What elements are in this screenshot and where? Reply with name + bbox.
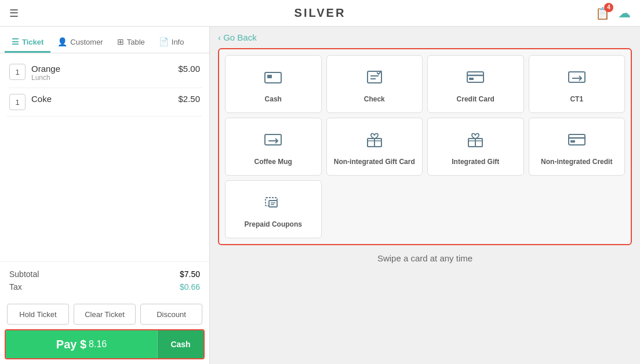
hamburger-icon[interactable]: ☰ xyxy=(9,7,19,20)
hold-ticket-button[interactable]: Hold Ticket xyxy=(7,304,69,325)
svg-rect-7 xyxy=(469,78,474,80)
tab-customer-label: Customer xyxy=(70,38,103,46)
ct1-label: CT1 xyxy=(570,95,583,103)
svg-rect-10 xyxy=(265,134,281,145)
credit-card-label: Credit Card xyxy=(457,95,494,103)
table-row[interactable]: 1 Coke $2.50 xyxy=(7,88,202,117)
tab-customer[interactable]: 👤 Customer xyxy=(50,32,110,53)
info-icon: 📄 xyxy=(159,37,169,46)
prepaid-coupons-icon xyxy=(264,193,282,216)
integrated-gift-icon xyxy=(466,130,485,153)
payment-non-integrated-credit[interactable]: Non-integrated Credit xyxy=(529,118,626,176)
item-name-1: Orange xyxy=(31,64,178,74)
order-items-list: 1 Orange Lunch $5.00 1 Coke $2.50 xyxy=(0,53,209,261)
payment-coffee-mug[interactable]: Coffee Mug xyxy=(225,118,322,176)
coffee-mug-icon xyxy=(264,130,282,153)
svg-rect-22 xyxy=(269,201,277,207)
pay-method-button[interactable]: Cash xyxy=(157,330,203,358)
notification-count: 4 xyxy=(604,3,613,12)
tab-info-label: Info xyxy=(172,38,184,46)
payment-cash[interactable]: Cash xyxy=(225,55,322,113)
svg-rect-20 xyxy=(570,140,575,143)
right-panel: ‹ Go Back Cash xyxy=(210,27,640,364)
pay-amount: 8.16 xyxy=(89,339,107,350)
item-price-2: $2.50 xyxy=(178,94,200,104)
tab-info[interactable]: 📄 Info xyxy=(152,32,191,53)
payment-prepaid-coupons[interactable]: Prepaid Coupons xyxy=(225,180,322,238)
payment-methods-container: Cash Check xyxy=(218,48,632,245)
check-icon xyxy=(365,68,384,90)
main-layout: ☰ Ticket 👤 Customer ⊞ Table 📄 Info 1 Ora… xyxy=(0,27,640,364)
ct1-icon xyxy=(568,68,586,90)
item-sub-1: Lunch xyxy=(31,74,178,82)
notification-bell[interactable]: 📋 4 xyxy=(595,6,610,20)
non-integrated-gift-label: Non-integrated Gift Card xyxy=(334,158,415,166)
item-qty-1: 1 xyxy=(9,64,26,80)
non-integrated-credit-label: Non-integrated Credit xyxy=(541,158,612,166)
non-integrated-gift-icon xyxy=(365,130,384,153)
payment-ct1[interactable]: CT1 xyxy=(529,55,626,113)
svg-rect-8 xyxy=(569,72,585,82)
ticket-icon: ☰ xyxy=(12,37,19,46)
left-panel: ☰ Ticket 👤 Customer ⊞ Table 📄 Info 1 Ora… xyxy=(0,27,210,364)
customer-icon: 👤 xyxy=(57,37,67,46)
item-qty-2: 1 xyxy=(9,94,26,110)
item-price-1: $5.00 xyxy=(178,64,200,74)
pay-button[interactable]: Pay $8.16 xyxy=(6,330,157,358)
svg-rect-5 xyxy=(467,72,483,82)
top-bar-right: 📋 4 ☁ xyxy=(595,6,631,21)
subtotal-label: Subtotal xyxy=(9,270,39,279)
tab-table-label: Table xyxy=(127,38,145,46)
prepaid-coupons-label: Prepaid Coupons xyxy=(245,220,302,228)
payment-credit-card[interactable]: Credit Card xyxy=(427,55,524,113)
tabs-bar: ☰ Ticket 👤 Customer ⊞ Table 📄 Info xyxy=(0,27,209,53)
subtotal-row: Subtotal $7.50 xyxy=(9,268,200,281)
payment-check[interactable]: Check xyxy=(326,55,423,113)
action-buttons: Hold Ticket Clear Ticket Discount xyxy=(0,299,209,329)
tab-table[interactable]: ⊞ Table xyxy=(110,32,152,53)
app-title: SILVER xyxy=(294,6,346,20)
integrated-gift-label: Integrated Gift xyxy=(452,158,499,166)
order-totals: Subtotal $7.50 Tax $0.66 xyxy=(0,261,209,299)
clear-ticket-button[interactable]: Clear Ticket xyxy=(74,304,136,325)
payment-grid: Cash Check xyxy=(225,55,625,238)
tab-ticket-label: Ticket xyxy=(22,38,43,46)
tax-value: $0.66 xyxy=(180,282,200,292)
svg-rect-18 xyxy=(569,134,585,145)
non-integrated-credit-icon xyxy=(568,130,586,153)
tax-label: Tax xyxy=(9,282,22,292)
table-row[interactable]: 1 Orange Lunch $5.00 xyxy=(7,58,202,88)
item-info-1: Orange Lunch xyxy=(31,64,178,82)
coffee-mug-label: Coffee Mug xyxy=(254,158,292,166)
payment-integrated-gift[interactable]: Integrated Gift xyxy=(427,118,524,176)
table-icon: ⊞ xyxy=(117,37,124,46)
item-name-2: Coke xyxy=(31,94,178,104)
discount-button[interactable]: Discount xyxy=(140,304,202,325)
cloud-icon: ☁ xyxy=(618,6,631,21)
subtotal-value: $7.50 xyxy=(180,270,200,279)
svg-rect-1 xyxy=(267,75,272,78)
tax-row: Tax $0.66 xyxy=(9,281,200,293)
check-label: Check xyxy=(364,95,385,103)
tab-ticket[interactable]: ☰ Ticket xyxy=(5,32,50,53)
payment-non-integrated-gift[interactable]: Non-integrated Gift Card xyxy=(326,118,423,176)
swipe-text: Swipe a card at any time xyxy=(218,253,632,263)
credit-card-icon xyxy=(466,68,485,90)
item-info-2: Coke xyxy=(31,94,178,104)
top-bar: ☰ SILVER 📋 4 ☁ xyxy=(0,0,640,27)
go-back-button[interactable]: ‹ Go Back xyxy=(218,32,632,42)
cash-label: Cash xyxy=(265,95,282,103)
pay-label: Pay $ xyxy=(56,338,86,351)
cash-icon xyxy=(264,68,282,90)
pay-row: Pay $8.16 Cash xyxy=(5,329,205,359)
